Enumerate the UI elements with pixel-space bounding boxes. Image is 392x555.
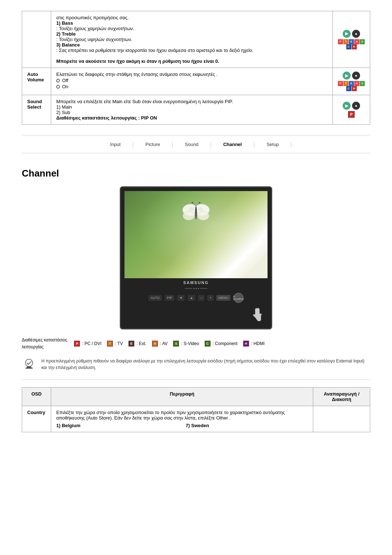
a-letter: A [354,39,359,44]
h-letter2: H [352,86,357,91]
nav-sep-1: | [131,141,134,148]
tv-brand: SAMSUNG [124,280,268,285]
badge-e: E [128,341,134,347]
pip-note: Διαθέσιμες καταστάσεις λειτουργίας : PIP… [56,115,157,121]
radio-on: On [56,84,327,89]
sound-select-icon-cell: ▶ ● P [333,95,370,125]
tv-controls-row: AUTO PIP ▼ ▲ – + MENU ⟳SOURCE [124,293,268,303]
note-text: Η προεπιλεγμένη ρύθμιση πιθανόν να διαφέ… [41,358,370,372]
ch-badge2: C H [346,86,357,91]
country-desc: Επιλέξτε την χώρα στην οποία χρησιμοποιε… [56,410,285,421]
badge-h-text: : HDMI [251,341,265,346]
menu-btn[interactable]: MENU [216,295,230,301]
sound-label-text: Sound [27,99,42,104]
country-content: Επιλέξτε την χώρα στην οποία χρησιμοποιε… [51,406,313,432]
auto-label-text: Auto [27,72,38,77]
country-label: Country [22,406,51,432]
nav-sep-5: | [290,141,293,148]
a-letter2: A [354,81,359,86]
country-grid: 1) Belgium 7) Sweden [56,423,308,428]
badge-s: S [173,341,179,347]
p-letter2: P [338,81,343,86]
pteas-badge: P T E A S C H [338,39,365,49]
auto-btn[interactable]: AUTO [148,295,162,301]
circle-btn-dark: ● [352,30,360,38]
row-desc2: : Τονίζει ήχους υψηλών συχνοτήτων. [56,37,132,42]
badge-t-text: : TV [115,341,123,346]
radio-dot-off [56,79,60,82]
circle-btn-green3: ▶ [343,102,351,110]
on-label: On [62,84,68,89]
nav-item-input[interactable]: Input [99,139,131,149]
hand-pointer [249,304,264,323]
row-subheading2: 2) Treble [56,31,75,37]
tv-frame: SAMSUNG AUTO PIP ▼ ▲ – [120,186,272,329]
badge-a-text: : AV [160,341,168,346]
s-letter2: S [360,81,365,86]
p-badge-letter: P [348,111,355,118]
badge-t: T [107,341,113,347]
osd-header: OSD [22,388,51,406]
sound-select-content: Μπορείτε να επιλέξετε είτε Main είτε Sub… [51,95,333,125]
row-label [22,11,51,68]
radio-off: Off [56,78,327,83]
badge-h: H [243,341,249,347]
playback-header: Αναπαραγωγή / Διακοπή [313,388,370,406]
country-row: Country Επιλέξτε την χώρα στην οποία χρη… [22,406,370,432]
main-option: 1) Main [56,104,72,110]
badge-p-text: : PC / DVI [82,341,101,346]
country-option-7: 7) Sweden [186,423,308,428]
divider [22,380,370,380]
circle-btn-green2: ▶ [343,72,351,80]
volume-label-text: Volume [27,77,44,82]
row-content: στις προσωπικές προτιμήσεις σας. 1) Bass… [51,11,333,68]
s-letter: S [360,39,365,44]
status-label1: Διαθέσιμες καταστάσεις [22,337,68,343]
tv-screen-overlay [124,191,268,278]
bottom-table: OSD Περιγραφή Αναπαραγωγή / Διακοπή Coun… [22,387,370,432]
c-letter: C [346,44,351,49]
pteas-row1: P T E A S [338,39,365,44]
status-label2: λειτουργίας [22,344,44,349]
channel-section: Channel [22,168,370,432]
nav-item-setup[interactable]: Setup [256,139,290,149]
auto-volume-label: Auto Volume [22,68,51,95]
country-playback [313,406,370,432]
down-btn[interactable]: ▼ [177,295,185,301]
sub-option: 2) Sub [56,110,70,115]
circle-btn-dark2: ● [352,72,360,80]
nav-item-sound[interactable]: Sound [174,139,209,149]
desc-header: Περιγραφή [51,388,313,406]
c-letter2: C [346,86,351,91]
row-subheading3: 3) Balance [56,42,80,48]
t-letter2: T [343,81,348,86]
nav-item-picture[interactable]: Picture [135,139,171,149]
source-btn[interactable]: ⟳SOURCE [233,293,244,303]
t-letter: T [343,39,348,44]
icon-buttons-3: ▶ ● [338,102,365,110]
top-table: στις προσωπικές προτιμήσεις σας. 1) Bass… [22,11,370,125]
plus-btn[interactable]: + [207,295,213,301]
icon-buttons: ▶ ● [338,30,365,38]
row-note: Μπορείτε να ακούσετε τον ήχο ακόμη κι ότ… [56,58,219,64]
p-badge: P [338,111,365,118]
auto-volume-desc: Ελαττώνει τις διαφορές στην στάθμη της έ… [56,72,218,77]
pip-btn[interactable]: PIP [165,295,175,301]
nav-sep-2: | [171,141,174,148]
auto-volume-content: Ελαττώνει τις διαφορές στην στάθμη της έ… [51,68,333,95]
channel-title: Channel [22,168,370,179]
minus-btn[interactable]: – [198,295,204,301]
row-icon-cell: ▶ ● P T E A S C H [333,11,370,68]
radio-dot-on [56,85,60,89]
svg-rect-12 [27,366,31,368]
up-btn[interactable]: ▲ [188,295,195,301]
icon-buttons-2: ▶ ● [338,72,365,80]
row-subheading: 1) Bass [56,20,73,26]
nav-item-channel[interactable]: Channel [212,139,253,149]
badge-a: A [152,341,158,347]
row-desc3: : Σας επιτρέπει να ρυθμίσετε την ισορροπ… [56,48,253,53]
off-label: Off [62,78,68,83]
tv-screen [124,191,268,278]
circle-btn-green: ▶ [343,30,351,38]
p-letter: P [338,39,343,44]
